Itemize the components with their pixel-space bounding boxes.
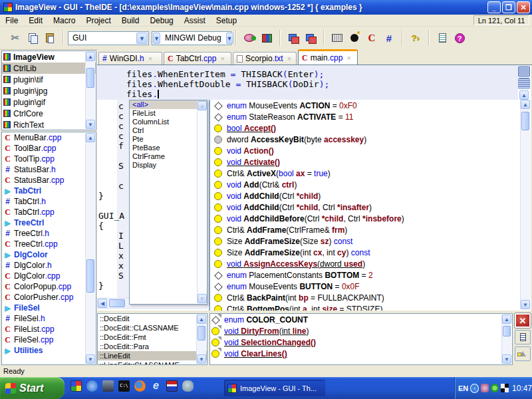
help-button[interactable]: ?: [452, 31, 467, 45]
assist-item[interactable]: void AddChild(Ctrl *child): [210, 190, 531, 201]
autocomplete-item[interactable]: CtrlFrame: [130, 152, 207, 161]
assist-item[interactable]: bool Accept(): [210, 122, 531, 134]
menu-item-edit[interactable]: Edit: [23, 15, 48, 26]
assist-item[interactable]: Ctrl& AddFrame(CtrlFrame& frm): [210, 224, 531, 235]
assist-item[interactable]: enum MouseEvents BUTTON = 0x0F: [210, 281, 531, 292]
scroll-up-icon[interactable]: ▲: [197, 315, 206, 324]
assist-item[interactable]: Size AddFrameSize(Size sz) const: [210, 235, 531, 247]
symbol-item[interactable]: ::DocEdit::Fmt: [98, 332, 207, 342]
scroll-down-icon[interactable]: ▼: [86, 120, 95, 129]
scrollbar-thumb[interactable]: [521, 112, 529, 130]
symbol-item[interactable]: ::DocEdit::Para: [98, 342, 207, 351]
command-prompt-icon[interactable]: C:\: [118, 380, 130, 392]
package-item[interactable]: CtrlLib: [2, 63, 96, 74]
package-item[interactable]: plugin\gif: [2, 96, 96, 108]
package-item[interactable]: plugin\tif: [2, 74, 96, 85]
package-organizer-button[interactable]: [259, 31, 274, 45]
symbol-item[interactable]: ::DocEdit::CLASSNAME: [98, 323, 207, 332]
image-designer-button[interactable]: [303, 31, 318, 45]
file-item[interactable]: CStatusBar.cpp: [2, 175, 96, 186]
chevron-down-icon[interactable]: ▼: [153, 33, 160, 44]
assist-item[interactable]: void AddChildBefore(Ctrl *child, Ctrl *i…: [210, 213, 531, 224]
autocomplete-item[interactable]: Display: [130, 161, 207, 170]
scrollbar-thumb[interactable]: [86, 68, 94, 88]
scroll-down-icon[interactable]: ▼: [197, 354, 206, 364]
file-item[interactable]: CColorPusher.cpp: [2, 292, 96, 303]
menu-item-assist[interactable]: Assist: [179, 15, 211, 26]
tray-flower-icon[interactable]: [491, 384, 499, 392]
assist-item[interactable]: void Add(Ctrl& ctrl): [210, 179, 531, 190]
file-item[interactable]: #DlgColor.h: [2, 260, 96, 271]
file-group-item[interactable]: ▶TreeCtrl: [2, 217, 96, 228]
assist-item[interactable]: void AssignAccessKeys(dword used): [210, 258, 531, 269]
file-group-item[interactable]: ▶FileSel: [2, 303, 96, 313]
run-button[interactable]: [242, 31, 257, 45]
package-item[interactable]: RichText: [2, 119, 96, 130]
assist-item[interactable]: void AddChild(Ctrl *child, Ctrl *insafte…: [210, 201, 531, 213]
scroll-up-icon[interactable]: ▲: [502, 315, 511, 324]
paste-button[interactable]: [43, 31, 57, 45]
scroll-down-icon[interactable]: ▼: [502, 354, 511, 364]
topic-browser-button[interactable]: [435, 31, 450, 45]
symbols-view-button[interactable]: [515, 346, 531, 361]
tab-close-icon[interactable]: ×: [220, 55, 224, 63]
firefox-icon[interactable]: [134, 380, 146, 392]
split-horizontal-icon[interactable]: [518, 66, 530, 77]
package-item[interactable]: ImageView: [2, 51, 96, 63]
autocomplete-item[interactable]: <all>: [130, 100, 207, 109]
autocomplete-item[interactable]: ColumnList: [130, 118, 207, 126]
close-button[interactable]: ✕: [517, 1, 530, 13]
floppy-icon[interactable]: [166, 380, 178, 392]
file-item[interactable]: #FileSel.h: [2, 313, 96, 324]
chevron-down-icon[interactable]: ▼: [136, 33, 148, 44]
scroll-down-icon[interactable]: ▼: [86, 354, 95, 364]
file-item[interactable]: CDlgColor.cpp: [2, 271, 96, 281]
menu-item-setup[interactable]: Setup: [211, 15, 242, 26]
tab-scorpio[interactable]: Scorpio.txt×: [233, 52, 297, 65]
file-item[interactable]: #StatusBar.h: [2, 164, 96, 175]
member-item[interactable]: void DirtyFrom(int line): [210, 325, 512, 336]
main-method-combo[interactable]: GUI ▼: [68, 31, 149, 45]
menu-item-macro[interactable]: Macro: [48, 15, 80, 26]
file-item[interactable]: CFileList.cpp: [2, 324, 96, 334]
scrollbar-thumb[interactable]: [198, 326, 205, 340]
file-item[interactable]: CTabCtrl.cpp: [2, 207, 96, 217]
taskbar-task-button[interactable]: ImageView - GUI - Th...: [224, 380, 325, 396]
file-item[interactable]: CFileSel.cpp: [2, 334, 96, 345]
assist-item[interactable]: void Action(): [210, 145, 531, 156]
member-item[interactable]: enum COLOR_COUNT: [210, 314, 512, 325]
autocomplete-item[interactable]: Ctrl: [130, 126, 207, 135]
file-item[interactable]: #TabCtrl.h: [2, 196, 96, 207]
internet-explorer-icon[interactable]: e: [150, 380, 162, 392]
file-item[interactable]: CTreeCtrl.cpp: [2, 239, 96, 249]
autocomplete-item[interactable]: FileList: [130, 109, 207, 118]
theide-icon[interactable]: [70, 380, 82, 392]
assist-button[interactable]: ?›: [408, 31, 423, 45]
package-item[interactable]: plugin\jpg: [2, 85, 96, 96]
topic-view-button[interactable]: [515, 330, 531, 344]
file-group-item[interactable]: ▶DlgColor: [2, 249, 96, 260]
menu-item-project[interactable]: Project: [80, 15, 116, 26]
file-item[interactable]: #TreeCtrl.h: [2, 228, 96, 239]
scrollbar-thumb[interactable]: [86, 259, 94, 293]
assist-item[interactable]: void Activate(): [210, 156, 531, 168]
assist-item[interactable]: Ctrl& BackPaint(int bp = FULLBACKPAINT): [210, 292, 531, 303]
scrollbar-thumb[interactable]: [503, 326, 511, 336]
tray-checkered-icon[interactable]: [501, 384, 509, 392]
tab-main[interactable]: Cmain.cpp×: [298, 49, 358, 65]
member-item[interactable]: void SelectionChanged(): [210, 336, 512, 348]
file-item[interactable]: CColorPopup.cpp: [2, 281, 96, 292]
code-editor[interactable]: files.WhenEnterItem = THISBACK(Enter);fi…: [97, 65, 531, 311]
autocomplete-item[interactable]: PteBase: [130, 144, 207, 152]
assist-item[interactable]: Ctrl& ActiveX(bool ax = true): [210, 168, 531, 179]
start-button[interactable]: Start: [0, 377, 65, 399]
chevron-down-icon[interactable]: ▼: [226, 33, 233, 44]
file-item[interactable]: CToolTip.cpp: [2, 154, 96, 164]
symbol-item[interactable]: ::LineEdit: [98, 351, 207, 360]
assist-item[interactable]: enum MouseEvents ACTION = 0xF0: [210, 100, 531, 111]
file-group-item[interactable]: ▶Utilities: [2, 345, 96, 356]
keyboard-button[interactable]: [330, 31, 344, 45]
scroll-down-icon[interactable]: ▼: [198, 294, 207, 303]
file-item[interactable]: CMenuBar.cpp: [2, 132, 96, 143]
hide-icons-chevron-icon[interactable]: ‹: [470, 384, 479, 393]
